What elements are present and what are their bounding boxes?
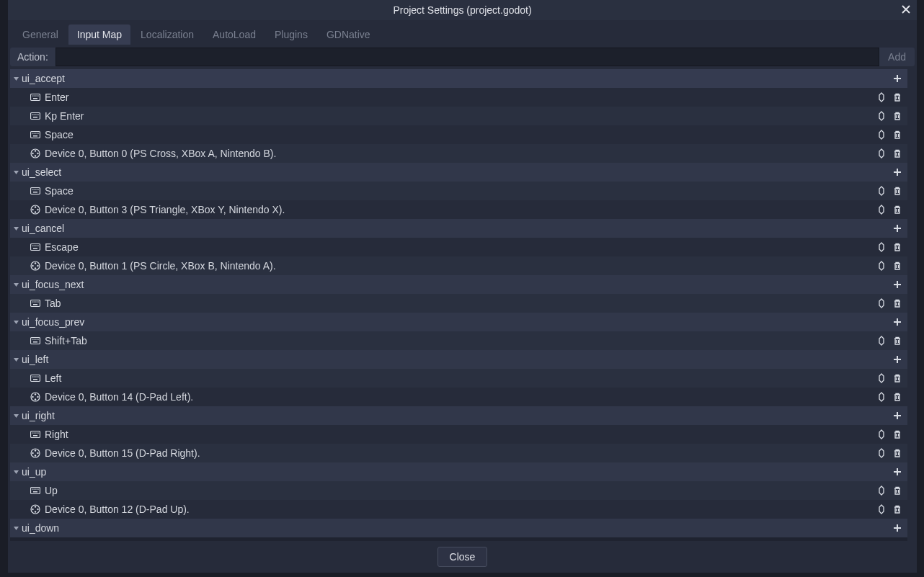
tab-input-map[interactable]: Input Map <box>68 24 130 45</box>
action-tree[interactable]: ui_acceptEnterKp EnterSpaceDevice 0, But… <box>10 69 907 541</box>
svg-point-35 <box>35 211 36 213</box>
event-label: Left <box>45 372 873 384</box>
delete-event-button[interactable] <box>890 184 905 198</box>
action-row[interactable]: ui_select <box>10 163 907 182</box>
edit-event-button[interactable] <box>874 427 889 442</box>
add-event-button[interactable] <box>890 352 905 367</box>
edit-event-button[interactable] <box>874 296 889 310</box>
action-row[interactable]: ui_accept <box>10 69 907 88</box>
action-row[interactable]: ui_right <box>10 406 907 425</box>
event-row[interactable]: Space <box>10 182 907 200</box>
close-icon[interactable] <box>899 3 912 16</box>
chevron-down-icon[interactable] <box>13 225 22 232</box>
event-row[interactable]: Right <box>10 425 907 444</box>
event-row[interactable]: Enter <box>10 88 907 107</box>
action-row[interactable]: ui_focus_next <box>10 275 907 294</box>
edit-event-button[interactable] <box>874 240 889 254</box>
delete-event-button[interactable] <box>890 427 905 442</box>
add-event-button[interactable] <box>890 408 905 423</box>
chevron-down-icon[interactable] <box>13 357 22 363</box>
add-event-button[interactable] <box>890 165 905 179</box>
event-label: Escape <box>45 241 873 253</box>
delete-event-button[interactable] <box>890 240 905 254</box>
chevron-down-icon[interactable] <box>13 525 22 532</box>
svg-rect-77 <box>32 433 33 434</box>
edit-event-button[interactable] <box>874 483 889 498</box>
chevron-down-icon[interactable] <box>13 319 22 326</box>
event-row[interactable]: Tab <box>10 294 907 313</box>
action-row[interactable]: ui_down <box>10 519 907 537</box>
edit-event-button[interactable] <box>874 128 889 142</box>
svg-rect-43 <box>38 246 39 246</box>
event-row[interactable]: Shift+Tab <box>10 331 907 350</box>
svg-rect-0 <box>31 94 40 101</box>
event-row[interactable]: Escape <box>10 238 907 256</box>
add-event-button[interactable] <box>890 221 905 236</box>
event-row[interactable]: Left <box>10 369 907 388</box>
event-row[interactable]: Device 0, Button 15 (D-Pad Right). <box>10 444 907 462</box>
delete-event-button[interactable] <box>890 109 905 123</box>
edit-event-button[interactable] <box>874 109 889 123</box>
chevron-down-icon[interactable] <box>13 413 22 419</box>
joypad-icon <box>30 448 40 458</box>
edit-event-button[interactable] <box>874 334 889 348</box>
tab-plugins[interactable]: Plugins <box>266 24 316 45</box>
action-row[interactable]: ui_up <box>10 462 907 481</box>
delete-event-button[interactable] <box>890 390 905 404</box>
edit-event-button[interactable] <box>874 146 889 161</box>
edit-event-button[interactable] <box>874 446 889 460</box>
delete-event-button[interactable] <box>890 334 905 348</box>
action-input[interactable] <box>55 48 879 66</box>
edit-event-button[interactable] <box>874 502 889 516</box>
edit-event-button[interactable] <box>874 90 889 104</box>
event-row[interactable]: Device 0, Button 0 (PS Cross, XBox A, Ni… <box>10 144 907 163</box>
event-row[interactable]: Device 0, Button 12 (D-Pad Up). <box>10 500 907 519</box>
svg-rect-67 <box>35 377 36 377</box>
edit-event-button[interactable] <box>874 184 889 198</box>
delete-event-button[interactable] <box>890 90 905 104</box>
tab-gdnative[interactable]: GDNative <box>318 24 379 45</box>
event-row[interactable]: Kp Enter <box>10 107 907 125</box>
add-event-button[interactable] <box>890 71 905 86</box>
delete-event-button[interactable] <box>890 202 905 217</box>
event-row[interactable]: Device 0, Button 3 (PS Triangle, XBox Y,… <box>10 200 907 219</box>
action-row[interactable]: ui_left <box>10 350 907 369</box>
event-row[interactable]: Device 0, Button 14 (D-Pad Left). <box>10 388 907 406</box>
add-event-button[interactable] <box>890 277 905 292</box>
delete-event-button[interactable] <box>890 259 905 273</box>
svg-point-47 <box>35 267 36 269</box>
chevron-down-icon[interactable] <box>13 469 22 475</box>
add-button[interactable]: Add <box>879 48 915 66</box>
delete-event-button[interactable] <box>890 371 905 385</box>
svg-point-86 <box>32 452 33 454</box>
add-event-button[interactable] <box>890 315 905 329</box>
chevron-down-icon[interactable] <box>13 76 22 82</box>
scrollbar[interactable] <box>907 69 915 541</box>
event-row[interactable]: Up <box>10 481 907 500</box>
action-row[interactable]: ui_focus_prev <box>10 313 907 331</box>
edit-event-button[interactable] <box>874 202 889 217</box>
delete-event-button[interactable] <box>890 128 905 142</box>
action-row[interactable]: ui_cancel <box>10 219 907 238</box>
chevron-down-icon[interactable] <box>13 282 22 288</box>
tab-autoload[interactable]: AutoLoad <box>204 24 265 45</box>
edit-event-button[interactable] <box>874 259 889 273</box>
tab-localization[interactable]: Localization <box>132 24 203 45</box>
chevron-down-icon[interactable] <box>13 169 22 176</box>
delete-event-button[interactable] <box>890 502 905 516</box>
add-event-button[interactable] <box>890 521 905 535</box>
close-button[interactable]: Close <box>437 547 488 567</box>
edit-event-button[interactable] <box>874 390 889 404</box>
tab-general[interactable]: General <box>14 24 67 45</box>
add-event-button[interactable] <box>890 465 905 479</box>
svg-point-49 <box>37 265 38 267</box>
event-row[interactable]: Device 0, Button 1 (PS Circle, XBox B, N… <box>10 256 907 275</box>
event-label: Shift+Tab <box>45 335 873 346</box>
delete-event-button[interactable] <box>890 146 905 161</box>
delete-event-button[interactable] <box>890 446 905 460</box>
action-name: ui_left <box>22 354 889 365</box>
delete-event-button[interactable] <box>890 483 905 498</box>
event-row[interactable]: Space <box>10 125 907 144</box>
edit-event-button[interactable] <box>874 371 889 385</box>
delete-event-button[interactable] <box>890 296 905 310</box>
